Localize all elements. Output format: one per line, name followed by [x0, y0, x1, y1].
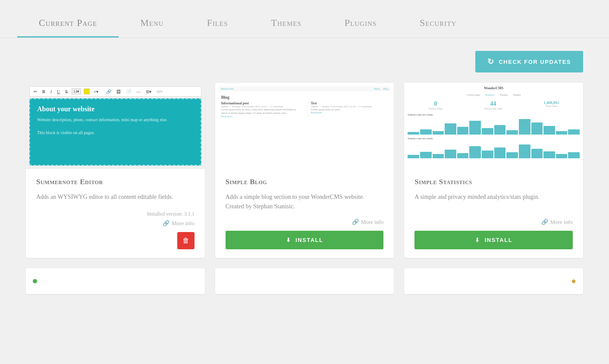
more-info-link-blog[interactable]: 🔗 More info: [226, 219, 384, 226]
summernote-preview: ✏ B I U S̶ 14▾ ≡▾ 🔗 🖼 📄 — ⊞▾: [26, 83, 205, 169]
stats-label-total: Total visits: [543, 105, 559, 107]
dot-green-icon: [33, 279, 37, 283]
coin-symbol: ●: [571, 276, 576, 286]
plugin-card-stats: WonderCMS Current page Statistics Themes…: [404, 83, 583, 258]
main-nav: Current Page Menu Files Themes Plugins S…: [0, 0, 609, 38]
more-info-link-stats[interactable]: 🔗 More info: [414, 219, 573, 226]
sn-table-icon: ⊞▾: [144, 89, 153, 94]
blog-read-more-1: Read more: [221, 115, 298, 118]
bar-1: [408, 132, 419, 135]
blog-nav-1: Menu: [374, 88, 380, 90]
delete-button-summernote[interactable]: 🗑: [177, 232, 195, 249]
blog-nav-2: Blog: [383, 88, 389, 90]
blog-site-name: Website title: [221, 88, 234, 90]
more-info-text-summernote: More info: [172, 220, 194, 227]
bar-5: [457, 127, 469, 135]
stats-label-today: Visitors today: [428, 107, 443, 110]
blog-title-row: Informational post Admin — Monday 9 Nove…: [221, 101, 388, 118]
stats-chart-label-1: Statistics last two weeks: [408, 113, 580, 116]
bar-7: [482, 128, 493, 135]
stats-title: WonderCMS: [408, 86, 580, 90]
sn-underline-icon: U: [56, 89, 61, 94]
bar-14: [568, 129, 580, 135]
stats-tabs-row: Current page Statistics Themes Plugins: [408, 93, 580, 97]
bar2-7: [482, 151, 493, 158]
sn-color: [84, 88, 90, 94]
blog-post-title-2: Test: [311, 101, 388, 105]
check-updates-button[interactable]: ↻ Check for Updates: [475, 51, 583, 72]
install-button-blog[interactable]: ⬇ Install: [226, 231, 384, 249]
sn-code-icon: </>: [155, 89, 164, 94]
blog-read-more-2: Read more: [311, 111, 388, 114]
plugin-card-bottom-2: [215, 268, 394, 294]
trash-icon: 🗑: [182, 237, 189, 245]
stats-num-total: 1,408,802: [543, 100, 559, 105]
sn-file-icon: 📄: [125, 89, 132, 94]
stats-tab-4: Plugins: [512, 93, 523, 97]
sn-link-icon: 🔗: [105, 89, 113, 94]
check-updates-label: Check for Updates: [499, 59, 571, 65]
blog-post-text-2: Lorem ipsum dolor sit amet...: [311, 108, 388, 111]
bar2-8: [494, 147, 506, 158]
link-icon-stats: 🔗: [541, 219, 548, 226]
install-label-stats: Install: [485, 237, 512, 243]
plugin-name-summernote: Summernote Editor: [36, 178, 195, 186]
install-button-stats[interactable]: ⬇ Install: [414, 231, 573, 249]
tab-menu[interactable]: Menu: [119, 0, 185, 38]
plugin-image-summernote: ✏ B I U S̶ 14▾ ≡▾ 🔗 🖼 📄 — ⊞▾: [26, 83, 205, 169]
plugins-grid-bottom: ●: [26, 268, 583, 294]
actions-row: ↻ Check for Updates: [26, 51, 583, 72]
bar-8: [494, 125, 506, 135]
bar-11: [531, 122, 543, 135]
stats-chart-label-2: Statistics last two weeks: [408, 137, 580, 140]
bar2-3: [433, 154, 444, 158]
sn-content-text: Website description, photo, contact info…: [37, 116, 194, 136]
stats-label-week: Visitors this week: [484, 107, 502, 110]
blog-section-title: Blog: [221, 95, 388, 100]
tab-themes[interactable]: Themes: [250, 0, 323, 38]
bar2-5: [457, 153, 469, 158]
plugin-image-blog: Website title Menu Blog Blog Information…: [215, 83, 394, 169]
more-info-link-summernote[interactable]: 🔗 More info: [36, 220, 195, 227]
stats-tab-2: Statistics: [483, 93, 496, 97]
stats-numbers: 0 Visitors today 44 Visitors this week 1…: [408, 100, 580, 110]
stats-total: 1,408,802 Total visits: [543, 100, 559, 110]
bar-4: [445, 123, 456, 135]
download-icon-blog: ⬇: [286, 237, 292, 243]
bar2-2: [420, 152, 432, 158]
stats-visitors-today: 0 Visitors today: [428, 100, 443, 110]
bar-10: [519, 119, 531, 135]
bar2-10: [519, 144, 531, 158]
stats-bars-1: [408, 117, 580, 135]
sn-content-area: About your website Website description, …: [29, 98, 201, 166]
sn-img-icon: 🖼: [115, 89, 122, 94]
plugin-name-stats: Simple Statistics: [414, 178, 573, 186]
sn-italic-icon: I: [49, 89, 53, 94]
plugin-card-body-summernote: Summernote Editor Adds an WYSIWYG editor…: [26, 169, 205, 258]
install-label-blog: Install: [295, 237, 323, 243]
bar2-9: [506, 152, 518, 158]
plugin-desc-blog: Adds a simple blog section to your Wonde…: [226, 192, 384, 212]
sn-align-icon: ≡▾: [92, 89, 100, 94]
plugin-card-blog: Website title Menu Blog Blog Information…: [215, 83, 394, 258]
tab-current-page[interactable]: Current Page: [17, 0, 119, 38]
coin-icon: ●: [571, 276, 576, 286]
plugin-card-body-stats: Simple Statistics A simple and privacy m…: [404, 169, 583, 258]
bar2-12: [543, 151, 555, 158]
tab-security[interactable]: Security: [398, 0, 478, 38]
tab-plugins[interactable]: Plugins: [323, 0, 398, 38]
plugin-footer-summernote: Installed version: 3.1.1 🔗 More info 🗑: [36, 211, 195, 249]
bar2-14: [568, 152, 580, 158]
refresh-icon: ↻: [487, 57, 495, 66]
stats-bars-2: [408, 141, 580, 158]
plugin-name-blog: Simple Blog: [226, 178, 384, 186]
plugins-grid: ✏ B I U S̶ 14▾ ≡▾ 🔗 🖼 📄 — ⊞▾: [26, 83, 583, 258]
sn-toolbar: ✏ B I U S̶ 14▾ ≡▾ 🔗 🖼 📄 — ⊞▾: [29, 86, 201, 97]
plugin-desc-stats: A simple and privacy minded analytics/st…: [414, 192, 573, 212]
plugin-footer-blog: 🔗 More info ⬇ Install: [226, 219, 384, 249]
stats-chart-2: Statistics last two weeks: [408, 137, 580, 158]
tab-files[interactable]: Files: [185, 0, 250, 38]
stats-tab-3: Themes: [498, 93, 510, 97]
more-info-text-stats: More info: [550, 219, 573, 226]
stats-preview: WonderCMS Current page Statistics Themes…: [404, 83, 583, 169]
